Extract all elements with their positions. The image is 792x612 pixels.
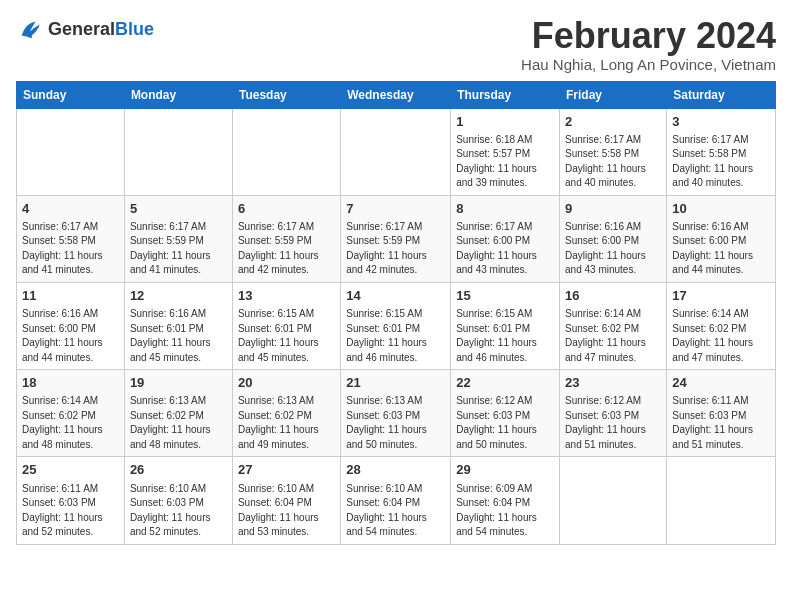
calendar-cell: 10Sunrise: 6:16 AM Sunset: 6:00 PM Dayli… <box>667 195 776 282</box>
calendar-cell: 6Sunrise: 6:17 AM Sunset: 5:59 PM Daylig… <box>232 195 340 282</box>
calendar-cell: 28Sunrise: 6:10 AM Sunset: 6:04 PM Dayli… <box>341 457 451 544</box>
day-number: 5 <box>130 200 227 218</box>
day-number: 9 <box>565 200 661 218</box>
calendar-cell: 17Sunrise: 6:14 AM Sunset: 6:02 PM Dayli… <box>667 282 776 369</box>
weekday-header-thursday: Thursday <box>451 81 560 108</box>
day-info: Sunrise: 6:09 AM Sunset: 6:04 PM Dayligh… <box>456 482 554 540</box>
week-row-5: 25Sunrise: 6:11 AM Sunset: 6:03 PM Dayli… <box>17 457 776 544</box>
day-info: Sunrise: 6:17 AM Sunset: 5:59 PM Dayligh… <box>346 220 445 278</box>
calendar-cell: 12Sunrise: 6:16 AM Sunset: 6:01 PM Dayli… <box>124 282 232 369</box>
day-info: Sunrise: 6:13 AM Sunset: 6:02 PM Dayligh… <box>130 394 227 452</box>
calendar-cell <box>667 457 776 544</box>
calendar-title: February 2024 <box>521 16 776 56</box>
calendar-cell: 26Sunrise: 6:10 AM Sunset: 6:03 PM Dayli… <box>124 457 232 544</box>
calendar-cell: 1Sunrise: 6:18 AM Sunset: 5:57 PM Daylig… <box>451 108 560 195</box>
calendar-cell: 7Sunrise: 6:17 AM Sunset: 5:59 PM Daylig… <box>341 195 451 282</box>
day-number: 25 <box>22 461 119 479</box>
calendar-cell: 24Sunrise: 6:11 AM Sunset: 6:03 PM Dayli… <box>667 370 776 457</box>
logo-blue-text: Blue <box>115 19 154 39</box>
day-info: Sunrise: 6:18 AM Sunset: 5:57 PM Dayligh… <box>456 133 554 191</box>
day-info: Sunrise: 6:17 AM Sunset: 5:59 PM Dayligh… <box>130 220 227 278</box>
calendar-cell <box>232 108 340 195</box>
day-number: 13 <box>238 287 335 305</box>
day-info: Sunrise: 6:13 AM Sunset: 6:02 PM Dayligh… <box>238 394 335 452</box>
day-number: 19 <box>130 374 227 392</box>
day-number: 20 <box>238 374 335 392</box>
day-info: Sunrise: 6:17 AM Sunset: 5:59 PM Dayligh… <box>238 220 335 278</box>
day-number: 17 <box>672 287 770 305</box>
weekday-header-monday: Monday <box>124 81 232 108</box>
day-number: 15 <box>456 287 554 305</box>
title-block: February 2024 Hau Nghia, Long An Povince… <box>521 16 776 73</box>
day-info: Sunrise: 6:11 AM Sunset: 6:03 PM Dayligh… <box>22 482 119 540</box>
calendar-cell: 13Sunrise: 6:15 AM Sunset: 6:01 PM Dayli… <box>232 282 340 369</box>
day-info: Sunrise: 6:14 AM Sunset: 6:02 PM Dayligh… <box>565 307 661 365</box>
day-info: Sunrise: 6:17 AM Sunset: 5:58 PM Dayligh… <box>22 220 119 278</box>
weekday-header-saturday: Saturday <box>667 81 776 108</box>
calendar-cell: 2Sunrise: 6:17 AM Sunset: 5:58 PM Daylig… <box>560 108 667 195</box>
week-row-4: 18Sunrise: 6:14 AM Sunset: 6:02 PM Dayli… <box>17 370 776 457</box>
day-number: 11 <box>22 287 119 305</box>
calendar-cell: 9Sunrise: 6:16 AM Sunset: 6:00 PM Daylig… <box>560 195 667 282</box>
calendar-cell: 25Sunrise: 6:11 AM Sunset: 6:03 PM Dayli… <box>17 457 125 544</box>
calendar-cell: 21Sunrise: 6:13 AM Sunset: 6:03 PM Dayli… <box>341 370 451 457</box>
day-info: Sunrise: 6:17 AM Sunset: 5:58 PM Dayligh… <box>672 133 770 191</box>
week-row-1: 1Sunrise: 6:18 AM Sunset: 5:57 PM Daylig… <box>17 108 776 195</box>
calendar-cell: 22Sunrise: 6:12 AM Sunset: 6:03 PM Dayli… <box>451 370 560 457</box>
weekday-header-tuesday: Tuesday <box>232 81 340 108</box>
day-info: Sunrise: 6:14 AM Sunset: 6:02 PM Dayligh… <box>672 307 770 365</box>
day-number: 3 <box>672 113 770 131</box>
day-info: Sunrise: 6:16 AM Sunset: 6:00 PM Dayligh… <box>22 307 119 365</box>
day-number: 18 <box>22 374 119 392</box>
day-info: Sunrise: 6:11 AM Sunset: 6:03 PM Dayligh… <box>672 394 770 452</box>
day-info: Sunrise: 6:15 AM Sunset: 6:01 PM Dayligh… <box>456 307 554 365</box>
day-info: Sunrise: 6:12 AM Sunset: 6:03 PM Dayligh… <box>456 394 554 452</box>
calendar-cell: 4Sunrise: 6:17 AM Sunset: 5:58 PM Daylig… <box>17 195 125 282</box>
day-number: 7 <box>346 200 445 218</box>
day-info: Sunrise: 6:17 AM Sunset: 6:00 PM Dayligh… <box>456 220 554 278</box>
calendar-cell <box>560 457 667 544</box>
calendar-cell <box>124 108 232 195</box>
day-info: Sunrise: 6:13 AM Sunset: 6:03 PM Dayligh… <box>346 394 445 452</box>
weekday-header-wednesday: Wednesday <box>341 81 451 108</box>
calendar-cell: 16Sunrise: 6:14 AM Sunset: 6:02 PM Dayli… <box>560 282 667 369</box>
day-info: Sunrise: 6:10 AM Sunset: 6:04 PM Dayligh… <box>346 482 445 540</box>
day-number: 24 <box>672 374 770 392</box>
calendar-cell: 23Sunrise: 6:12 AM Sunset: 6:03 PM Dayli… <box>560 370 667 457</box>
day-info: Sunrise: 6:15 AM Sunset: 6:01 PM Dayligh… <box>238 307 335 365</box>
calendar-cell: 29Sunrise: 6:09 AM Sunset: 6:04 PM Dayli… <box>451 457 560 544</box>
day-info: Sunrise: 6:16 AM Sunset: 6:00 PM Dayligh… <box>565 220 661 278</box>
logo: GeneralBlue <box>16 16 154 44</box>
day-number: 6 <box>238 200 335 218</box>
calendar-cell: 8Sunrise: 6:17 AM Sunset: 6:00 PM Daylig… <box>451 195 560 282</box>
weekday-header-sunday: Sunday <box>17 81 125 108</box>
day-info: Sunrise: 6:12 AM Sunset: 6:03 PM Dayligh… <box>565 394 661 452</box>
day-info: Sunrise: 6:10 AM Sunset: 6:04 PM Dayligh… <box>238 482 335 540</box>
day-number: 28 <box>346 461 445 479</box>
logo-bird-icon <box>16 16 44 44</box>
day-number: 27 <box>238 461 335 479</box>
weekday-header-friday: Friday <box>560 81 667 108</box>
day-number: 23 <box>565 374 661 392</box>
day-number: 14 <box>346 287 445 305</box>
day-info: Sunrise: 6:16 AM Sunset: 6:01 PM Dayligh… <box>130 307 227 365</box>
day-number: 16 <box>565 287 661 305</box>
calendar-cell: 5Sunrise: 6:17 AM Sunset: 5:59 PM Daylig… <box>124 195 232 282</box>
calendar-cell <box>17 108 125 195</box>
calendar-cell: 20Sunrise: 6:13 AM Sunset: 6:02 PM Dayli… <box>232 370 340 457</box>
page-header: GeneralBlue February 2024 Hau Nghia, Lon… <box>16 16 776 73</box>
day-number: 26 <box>130 461 227 479</box>
day-number: 10 <box>672 200 770 218</box>
day-number: 8 <box>456 200 554 218</box>
day-info: Sunrise: 6:15 AM Sunset: 6:01 PM Dayligh… <box>346 307 445 365</box>
calendar-cell <box>341 108 451 195</box>
day-number: 29 <box>456 461 554 479</box>
day-number: 2 <box>565 113 661 131</box>
calendar-subtitle: Hau Nghia, Long An Povince, Vietnam <box>521 56 776 73</box>
day-info: Sunrise: 6:16 AM Sunset: 6:00 PM Dayligh… <box>672 220 770 278</box>
calendar-cell: 19Sunrise: 6:13 AM Sunset: 6:02 PM Dayli… <box>124 370 232 457</box>
day-info: Sunrise: 6:14 AM Sunset: 6:02 PM Dayligh… <box>22 394 119 452</box>
day-number: 1 <box>456 113 554 131</box>
day-number: 22 <box>456 374 554 392</box>
calendar-cell: 15Sunrise: 6:15 AM Sunset: 6:01 PM Dayli… <box>451 282 560 369</box>
